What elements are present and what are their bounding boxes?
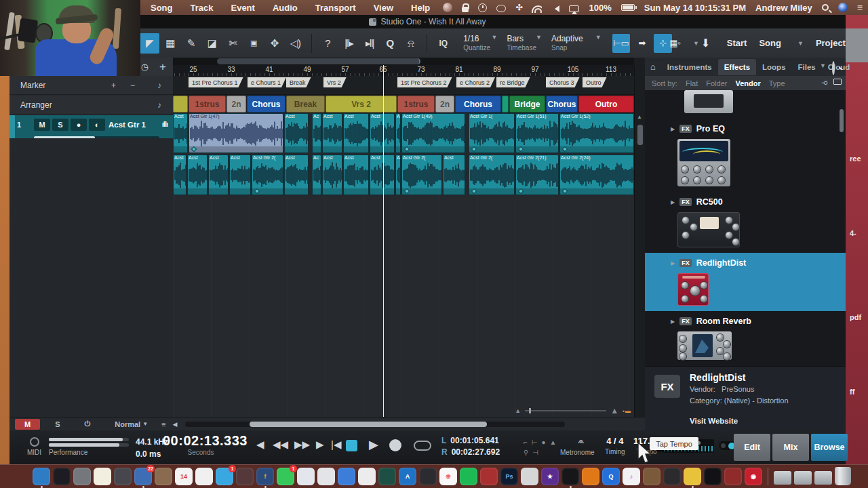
arranger-section-2n[interactable]: 2n (435, 96, 454, 113)
dock-icon-photos[interactable]: ❀ (439, 468, 457, 485)
timebase-dropdown[interactable]: Bars▼ Timebase (507, 34, 542, 53)
dock-icon-facetime[interactable]: 1 (277, 468, 294, 485)
marker-flag[interactable]: Chorus 3 (546, 77, 580, 87)
minimized-window[interactable] (774, 471, 791, 485)
panel-view-icon[interactable] (833, 79, 842, 85)
sort-option-vendor[interactable]: Vendor (735, 79, 760, 87)
audio-clip[interactable]: Acst (284, 113, 309, 153)
audio-clip[interactable]: Acst (322, 113, 342, 153)
grid-options-icon[interactable]: ▦◦▼ (675, 34, 694, 53)
dock-icon-ableton-live[interactable] (684, 468, 701, 485)
tab-instruments[interactable]: Instruments (661, 59, 718, 75)
arranger-section-outro[interactable]: Outro (578, 96, 634, 113)
fx-item-name[interactable]: Room Reverb (696, 317, 751, 326)
marker-flag[interactable]: e Chours 1 (248, 77, 286, 87)
dock-icon-reminders[interactable] (195, 468, 213, 485)
song-page-button[interactable]: Song▼ (759, 38, 803, 48)
marker-lane-header[interactable]: Marker + − ♪ (9, 76, 173, 95)
arranger-section-1strus[interactable]: 1strus (397, 96, 435, 113)
dock-icon-finder[interactable] (33, 468, 50, 485)
vscroll-handle[interactable] (637, 125, 643, 145)
audio-clip[interactable]: Acst (343, 155, 369, 195)
audio-clip[interactable]: Ac (312, 113, 321, 153)
arranger-section[interactable] (173, 96, 188, 113)
sort-option-folder[interactable]: Folder (706, 79, 727, 87)
dock-icon-final-cut[interactable] (663, 468, 681, 485)
dock-icon-textedit[interactable] (358, 468, 376, 485)
track-record-button[interactable]: ● (71, 119, 87, 131)
metronome-label[interactable]: Metronome (560, 449, 595, 456)
help-cursor-icon[interactable]: ? (318, 33, 338, 54)
start-page-button[interactable]: Start (727, 38, 747, 48)
dock-icon-app-store[interactable]: A (399, 468, 416, 485)
siri-icon[interactable] (838, 3, 848, 12)
fx-item-header[interactable]: ▶FXRC500 (645, 196, 846, 208)
q-icon[interactable]: Q (380, 33, 400, 54)
audio-clip[interactable]: Acst (187, 155, 208, 195)
zoom-slider[interactable] (525, 410, 606, 411)
minimized-window[interactable] (794, 471, 812, 485)
paint-quantize-icon[interactable]: ⍾ (401, 33, 421, 54)
marker-flag[interactable]: 1st Pre Chorus 1 (189, 77, 243, 87)
snap-dropdown[interactable]: Adaptive▼ Snap (551, 34, 601, 53)
fx-item-header[interactable]: ▶FXRoom Reverb (645, 315, 846, 327)
global-mute-button[interactable]: M (15, 419, 40, 430)
audio-clip[interactable]: Acst Gtr 2( (401, 155, 442, 195)
audio-clip[interactable]: Acst (173, 155, 186, 195)
dock-icon-calendar[interactable]: 14 (175, 468, 193, 485)
dock-icon-obs[interactable] (561, 468, 579, 485)
audio-clip[interactable]: Acst (208, 155, 229, 195)
dock-icon-utility-app[interactable] (419, 468, 437, 485)
audio-clip[interactable]: Acst (173, 113, 188, 153)
audio-clip[interactable]: Acst Gtr 2( (252, 155, 283, 195)
snap-to-grid-toggle-icon[interactable]: ⊢▭ (612, 34, 631, 53)
rewind-button[interactable]: ◀◀ (273, 439, 288, 451)
track-name[interactable]: Acst Gtr 1 (108, 121, 146, 129)
fx-item-pro-eq[interactable]: ▶FXPro EQ (645, 119, 846, 192)
dock-icon-photoshop[interactable]: Ps (500, 468, 518, 485)
browse-view-button[interactable]: Browse (811, 434, 848, 461)
menu-view[interactable]: View (374, 3, 393, 13)
fast-forward-button[interactable]: ▶▶ (294, 439, 310, 451)
menu-help[interactable]: Help (411, 3, 430, 13)
loop-end-time[interactable]: 00:02:27.692 (452, 447, 500, 457)
dock-icon-vlc[interactable] (582, 468, 599, 485)
horizontal-scrollbar[interactable] (185, 422, 565, 427)
quantize-dropdown[interactable]: 1/16▼ Quantize (463, 34, 497, 53)
minimized-window[interactable] (814, 471, 832, 485)
audio-clip[interactable]: Acst Gtr 1(49) (401, 113, 465, 153)
fx-item-redlightdist[interactable]: ▶FXRedlightDist (645, 253, 846, 311)
arranger-section-2n[interactable]: 2n (226, 96, 246, 113)
dock-icon-red-dot-app[interactable] (724, 468, 742, 485)
arranger-section-break[interactable]: Break (286, 96, 325, 113)
dock-icon-time-machine[interactable] (378, 468, 396, 485)
time-signature[interactable]: 4 / 4 Timing (605, 436, 625, 455)
visit-website-link[interactable]: Visit Website (690, 417, 738, 425)
audio-clip[interactable]: Acst (284, 155, 309, 195)
arrangement-empty-canvas[interactable] (173, 196, 634, 417)
marker-flag[interactable]: Vrs 2 (323, 77, 347, 87)
audio-clip[interactable]: Acst (443, 155, 465, 195)
fx-item-header[interactable]: ▶FXRedlightDist (645, 257, 846, 269)
dock-icon-spotify[interactable] (460, 468, 477, 485)
dock-icon-keynote[interactable] (338, 468, 355, 485)
metronome-icon[interactable]: ⩕ (578, 436, 584, 445)
fx-item-name[interactable]: RC500 (696, 197, 723, 207)
time-machine-menu-icon[interactable] (478, 3, 487, 12)
menubar-clock[interactable]: Sun May 14 10:15:31 PM (644, 3, 746, 13)
arrangement-vscrollbar[interactable]: ▲ (634, 65, 645, 417)
redlight-thumbnail[interactable] (677, 273, 709, 306)
audio-clip[interactable]: Acst Gtr 1( (469, 113, 515, 153)
autoscroll-toggle-icon[interactable]: ➡ (633, 34, 651, 53)
next-marker-button[interactable]: ▶ (316, 439, 324, 451)
zoom-preset-icons[interactable]: ▪▬ (623, 408, 631, 414)
pencil-tool-icon[interactable]: ✎ (182, 33, 201, 54)
audio-clip[interactable]: Acst Gtr 1(52) (559, 113, 634, 153)
iq-label[interactable]: IQ (433, 33, 453, 54)
dock-icon-system-preferences[interactable] (73, 468, 91, 485)
track-solo-button[interactable]: S (52, 119, 68, 131)
arrow-tool-icon[interactable]: ◤ (140, 33, 159, 54)
dock-icon-logic-style-app[interactable] (704, 468, 722, 485)
menu-song[interactable]: Song (151, 3, 173, 13)
audio-clip[interactable]: Acst (370, 113, 395, 153)
